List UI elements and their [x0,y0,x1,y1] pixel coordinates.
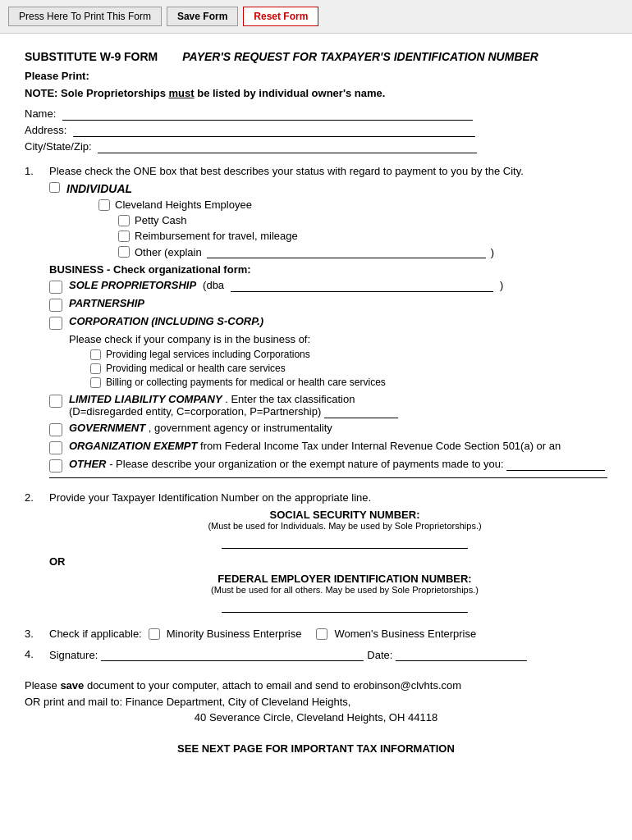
llc-classification-input[interactable] [324,405,398,418]
corporation-label: CORPORATION (INCLUDING S-CORP.) [69,315,263,327]
sole-paren-close: ) [500,279,503,291]
reset-button[interactable]: Reset Form [243,7,318,26]
medical-services-item: Providing medical or health care service… [90,363,607,374]
other-individual-input[interactable] [207,245,486,258]
government-checkbox[interactable] [49,423,62,436]
fein-block: FEDERAL EMPLOYER IDENTIFICATION NUMBER: … [82,573,607,613]
petty-cash-label: Petty Cash [135,214,187,226]
other-text-block: OTHER - Please describe your organizatio… [69,458,605,471]
partnership-checkbox[interactable] [49,299,62,312]
minority-checkbox[interactable] [149,628,160,640]
womens-checkbox[interactable] [316,628,327,640]
other-item: Other (explain ) [118,245,607,258]
address-row: Address: [25,124,607,137]
government-text-block: GOVERNMENT , government agency or instru… [69,422,332,434]
or-label: OR [49,555,607,568]
petty-cash-group: Petty Cash Reimbursement for travel, mil… [118,214,607,258]
fein-label: FEDERAL EMPLOYER IDENTIFICATION NUMBER: [82,573,607,585]
please-print: Please Print: [25,70,607,82]
legal-services-item: Providing legal services including Corpo… [90,349,607,360]
section-1-instruction: Please check the ONE box that best descr… [49,165,607,177]
address-label: Address: [25,124,66,136]
partnership-label: PARTNERSHIP [69,297,144,309]
name-row: Name: [25,107,607,121]
legal-services-checkbox[interactable] [90,349,101,360]
org-exempt-label: ORGANIZATION EXEMPT [69,440,197,452]
section-3: 3. Check if applicable: Minority Busines… [25,628,607,640]
save-note-2: OR print and mail to: Finance Department… [25,694,607,710]
section-2-text: Provide your Taxpayer Identification Num… [49,491,607,504]
signature-label: Signature: [49,649,98,661]
corporation-row: CORPORATION (INCLUDING S-CORP.) [49,315,607,330]
llc-checkbox[interactable] [49,395,62,408]
note-line: NOTE: Sole Proprietorships must be liste… [25,87,607,99]
name-input[interactable] [62,107,473,121]
other-row: OTHER - Please describe your organizatio… [49,458,607,472]
section-3-body: Check if applicable: Minority Business E… [49,628,607,640]
date-label: Date: [367,649,392,661]
business-title: BUSINESS - Check organizational form: [49,263,251,276]
ssn-label: SOCIAL SECURITY NUMBER: [82,509,607,521]
name-label: Name: [25,107,56,120]
city-row: City/State/Zip: [25,140,607,153]
cleveland-heights-employee-checkbox[interactable] [98,199,110,211]
individual-row: INDIVIDUAL [49,182,607,195]
reimbursement-item: Reimbursement for travel, mileage [118,230,607,242]
llc-row: LIMITED LIABILITY COMPANY . Enter the ta… [49,393,607,418]
city-input[interactable] [98,140,477,153]
section-2-number: 2. [25,491,41,619]
reimbursement-checkbox[interactable] [118,231,130,242]
business-title-row: BUSINESS - Check organizational form: [49,263,607,276]
save-note-1: Please save document to your computer, a… [25,678,607,694]
section-2: 2. Provide your Taxpayer Identification … [25,491,607,619]
check-applicable-row: Check if applicable: Minority Business E… [49,628,607,640]
print-button[interactable]: Press Here To Print This Form [8,7,162,26]
section-1: 1. Please check the ONE box that best de… [25,165,607,483]
signature-input[interactable] [101,648,364,661]
org-exempt-row: ORGANIZATION EXEMPT from Federal Income … [49,440,607,454]
city-label: City/State/Zip: [25,140,92,153]
corp-check-text: Please check if your company is in the b… [69,333,607,345]
save-note-3: 40 Severance Circle, Cleveland Heights, … [25,710,607,726]
other-org-label: OTHER [69,458,107,470]
reimbursement-label: Reimbursement for travel, mileage [135,230,298,242]
individual-label: INDIVIDUAL [66,182,132,195]
org-exempt-text-block: ORGANIZATION EXEMPT from Federal Income … [69,440,561,452]
medical-services-checkbox[interactable] [90,363,101,374]
other-org-checkbox[interactable] [49,459,62,472]
other-org-input[interactable] [506,458,605,471]
section-3-number: 3. [25,628,41,640]
other-individual-label: Other (explain [135,246,202,258]
section-2-body: Provide your Taxpayer Identification Num… [49,491,607,619]
ssn-input[interactable] [222,536,468,549]
section-1-body: Please check the ONE box that best descr… [49,165,607,483]
other-paren-close: ) [491,246,494,258]
billing-item: Billing or collecting payments for medic… [90,377,607,388]
government-label: GOVERNMENT [69,422,145,434]
other-org-text: - Please describe your organization or t… [109,458,504,470]
org-exempt-checkbox[interactable] [49,441,62,454]
medical-services-label: Providing medical or health care service… [106,363,286,374]
womens-label: Women's Business Enterprise [334,628,476,640]
individual-checkbox[interactable] [49,182,60,193]
partnership-row: PARTNERSHIP [49,297,607,312]
date-input[interactable] [396,648,527,661]
fein-sub: (Must be used for all others. May be use… [82,585,607,595]
llc-text: . Enter the tax classification [225,393,355,405]
billing-checkbox[interactable] [90,377,101,388]
government-row: GOVERNMENT , government agency or instru… [49,422,607,436]
fein-input[interactable] [222,600,468,613]
form-title: SUBSTITUTE W-9 FORM [25,50,158,63]
address-input[interactable] [73,124,475,137]
other-individual-checkbox[interactable] [118,246,130,258]
section-4-number: 4. [25,648,41,669]
individual-sub-items: Cleveland Heights Employee Petty Cash Re… [98,199,607,258]
sole-checkbox[interactable] [49,281,62,294]
cleveland-heights-employee-item: Cleveland Heights Employee [98,199,607,211]
save-button[interactable]: Save Form [167,7,238,26]
petty-cash-checkbox[interactable] [118,215,130,226]
ssn-sub: (Must be used for Individuals. May be us… [82,521,607,531]
corporation-checkbox[interactable] [49,317,62,330]
sole-dba-input[interactable] [231,279,493,292]
government-text: , government agency or instrumentality [149,422,332,434]
